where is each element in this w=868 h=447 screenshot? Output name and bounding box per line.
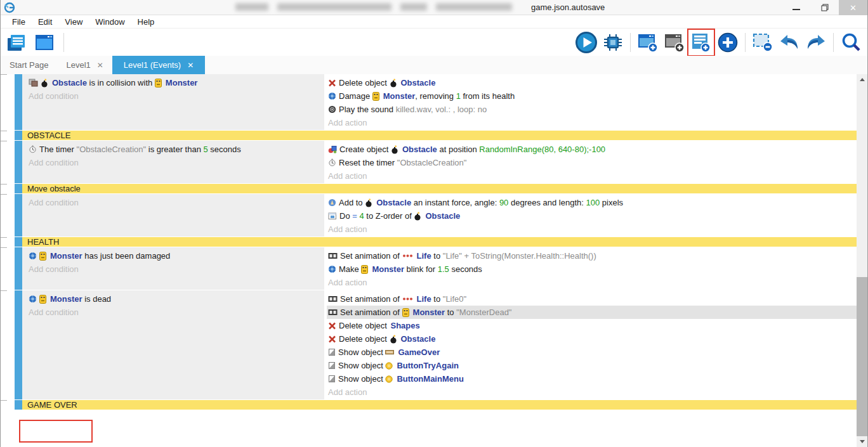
action-line[interactable]: Show object ButtonTryAgain <box>327 359 857 372</box>
monster-icon <box>155 79 162 87</box>
condition-line[interactable]: Obstacle is in collision with Monster <box>27 76 320 89</box>
object-name: Monster <box>372 262 404 276</box>
condition-line[interactable]: The timer "ObstacleCreation" is greater … <box>27 143 320 156</box>
action-line[interactable]: Show object GameOver <box>327 346 857 359</box>
add-condition-button[interactable]: Add condition <box>27 89 320 103</box>
event-selection-bar[interactable] <box>15 74 22 130</box>
add-action-button[interactable]: Add action <box>327 116 857 129</box>
add-circle-icon[interactable] <box>716 31 739 54</box>
bomb-icon <box>365 198 372 207</box>
event-selection-bar[interactable] <box>15 400 22 410</box>
add-condition-button[interactable]: Add condition <box>27 262 320 276</box>
tab-label: Level1 <box>66 60 90 70</box>
add-condition-button[interactable]: Add condition <box>27 156 320 169</box>
add-condition-button[interactable]: Add condition <box>27 306 320 319</box>
force-icon <box>328 198 336 207</box>
token-text: Reset the timer <box>339 156 397 169</box>
add-action-button[interactable]: Add action <box>327 276 857 289</box>
scene-editor-icon[interactable] <box>34 31 56 54</box>
scroll-up-icon[interactable] <box>857 74 867 85</box>
event-selection-bar[interactable] <box>15 141 22 183</box>
event-gutter <box>1 237 15 247</box>
event-selection-bar[interactable] <box>15 184 22 193</box>
restore-button[interactable] <box>810 0 839 15</box>
menu-edit[interactable]: Edit <box>32 17 58 27</box>
action-line[interactable]: Show object ButtonMainMenu <box>327 372 857 385</box>
debug-icon[interactable] <box>602 31 624 54</box>
group-header-game-over[interactable]: GAME OVER <box>22 400 857 410</box>
scroll-down-icon[interactable] <box>857 436 867 447</box>
gdevelop-logo-icon <box>4 2 15 13</box>
tab-level1[interactable]: Level1✕ <box>57 56 112 74</box>
action-line[interactable]: Reset the timer "ObstacleCreation" <box>327 156 857 169</box>
bomb-icon <box>390 335 397 344</box>
action-line[interactable]: Set animation of Life to "Life0" <box>327 292 857 306</box>
action-line[interactable]: Delete object Obstacle <box>327 76 857 89</box>
action-line[interactable]: Create object Obstacle at position Rando… <box>327 143 857 156</box>
action-line[interactable]: Set animation of Monster to "MonsterDead… <box>327 306 857 319</box>
action-line[interactable]: Delete object Shapes <box>327 319 857 332</box>
add-action-button[interactable]: Add action <box>327 169 857 183</box>
object-name: Life <box>417 249 431 262</box>
group-header-health[interactable]: HEALTH <box>22 237 857 247</box>
create-object-icon <box>328 145 337 153</box>
group-label: GAME OVER <box>27 400 77 410</box>
action-line[interactable]: Damage Monster, removing 1 from its heal… <box>327 89 857 103</box>
condition-line[interactable]: Monster is dead <box>27 292 320 306</box>
action-line[interactable]: Play the sound killed.wav, vol.: , loop:… <box>327 103 857 116</box>
tab-start-page[interactable]: Start Page <box>1 56 57 74</box>
action-line[interactable]: Delete object Obstacle <box>327 332 857 346</box>
menu-file[interactable]: File <box>6 17 32 27</box>
add-event-icon[interactable] <box>690 31 713 54</box>
menu-help[interactable]: Help <box>131 17 161 27</box>
minimize-button[interactable] <box>782 0 810 15</box>
vertical-scrollbar[interactable] <box>857 74 867 447</box>
toolbar <box>1 29 867 56</box>
deselect-icon[interactable] <box>751 31 774 54</box>
menu-window[interactable]: Window <box>89 17 131 27</box>
undo-icon[interactable] <box>778 31 801 54</box>
tab-level1-events-[interactable]: Level1 (Events)✕ <box>112 56 205 74</box>
redo-icon[interactable] <box>805 31 827 54</box>
action-line[interactable]: Set animation of Life to "Life" + ToStri… <box>327 249 857 262</box>
project-manager-icon[interactable] <box>6 31 29 54</box>
window-controls: ✕ <box>782 0 867 15</box>
condition-line[interactable]: Monster has just been damaged <box>27 249 320 262</box>
search-icon[interactable] <box>839 31 862 54</box>
highlight-box-game-over-group <box>19 420 93 443</box>
collision-icon <box>29 79 38 87</box>
action-line[interactable]: Make Monster blink for 1.5 seconds <box>327 262 857 276</box>
close-button[interactable]: ✕ <box>839 0 867 15</box>
delete-icon <box>328 79 336 87</box>
group-header-obstacle[interactable]: OBSTACLE <box>22 131 857 140</box>
add-external-events-icon[interactable] <box>663 31 686 54</box>
event-gutter <box>1 141 15 183</box>
event-gutter <box>1 247 15 290</box>
group-header-move-obstacle[interactable]: Move obstacle <box>22 184 857 193</box>
token-param: 1 <box>456 89 461 103</box>
tab-close-icon[interactable]: ✕ <box>187 61 194 70</box>
add-action-button[interactable]: Add action <box>327 223 857 236</box>
actions-cell: Set animation of Life to "Life" + ToStri… <box>326 247 857 290</box>
token-param: 90 <box>499 196 508 209</box>
action-line[interactable]: Add to Obstacle an instant force, angle:… <box>327 196 857 209</box>
scrollbar-thumb[interactable] <box>857 277 867 436</box>
menu-view[interactable]: View <box>58 17 89 27</box>
token-text: , removing <box>415 89 456 103</box>
action-line[interactable]: Do = 4 to Z-order of Obstacle <box>327 209 857 223</box>
event-selection-bar[interactable] <box>15 131 22 140</box>
tab-close-icon[interactable]: ✕ <box>97 61 103 70</box>
event-selection-bar[interactable] <box>15 237 22 247</box>
show-object-icon <box>328 361 336 370</box>
object-name: Shapes <box>391 319 420 332</box>
add-scene-window-icon[interactable] <box>636 31 659 54</box>
add-action-button[interactable]: Add action <box>327 385 857 399</box>
event-selection-bar[interactable] <box>15 194 22 236</box>
event-gutter <box>1 131 15 140</box>
event-selection-bar[interactable] <box>15 247 22 290</box>
play-icon[interactable] <box>575 31 598 54</box>
add-condition-button[interactable]: Add condition <box>27 196 320 209</box>
token-text: Add to <box>339 196 365 209</box>
tab-label: Level1 (Events) <box>124 60 181 70</box>
event-selection-bar[interactable] <box>15 290 22 399</box>
